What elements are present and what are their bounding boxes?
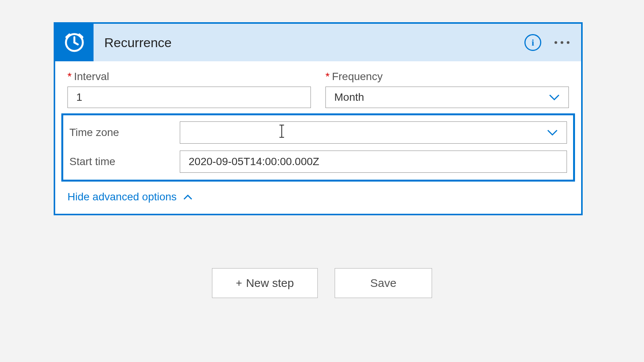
bottom-actions: + New step Save xyxy=(0,268,644,298)
interval-input[interactable]: 1 xyxy=(67,87,311,108)
frequency-select[interactable]: Month xyxy=(325,87,569,108)
svg-point-3 xyxy=(567,41,570,44)
timezone-label: Time zone xyxy=(69,126,180,139)
svg-point-1 xyxy=(555,41,557,44)
timezone-select[interactable] xyxy=(180,121,567,144)
starttime-value: 2020-09-05T14:00:00.000Z xyxy=(189,156,319,168)
new-step-label: New step xyxy=(246,277,294,290)
card-header: Recurrence i xyxy=(55,24,581,61)
frequency-label: *Frequency xyxy=(325,70,569,83)
info-icon[interactable]: i xyxy=(524,34,541,51)
frequency-value: Month xyxy=(334,91,364,103)
starttime-row: Start time 2020-09-05T14:00:00.000Z xyxy=(69,151,567,173)
save-button[interactable]: Save xyxy=(335,268,432,298)
card-body: *Interval 1 *Frequency Month xyxy=(55,61,581,214)
interval-field: *Interval 1 xyxy=(67,70,311,108)
card-title: Recurrence xyxy=(104,35,524,50)
chevron-up-icon xyxy=(183,191,193,203)
recurrence-card: Recurrence i *Interval 1 *Frequency xyxy=(54,22,583,215)
hide-advanced-options-link[interactable]: Hide advanced options xyxy=(67,191,193,203)
toggle-label: Hide advanced options xyxy=(67,191,177,203)
frequency-field: *Frequency Month xyxy=(325,70,569,108)
text-cursor-icon xyxy=(278,124,286,142)
timezone-row: Time zone xyxy=(69,121,567,144)
interval-value: 1 xyxy=(76,91,82,103)
plus-icon: + xyxy=(236,277,242,289)
chevron-down-icon xyxy=(547,126,558,139)
interval-label-text: Interval xyxy=(74,70,109,82)
recurrence-clock-icon xyxy=(55,24,94,61)
interval-label: *Interval xyxy=(67,70,311,83)
starttime-label: Start time xyxy=(69,156,180,168)
save-label: Save xyxy=(370,277,396,290)
chevron-down-icon xyxy=(549,91,560,103)
new-step-button[interactable]: + New step xyxy=(212,268,318,298)
row-interval-frequency: *Interval 1 *Frequency Month xyxy=(67,70,569,108)
advanced-options-highlight: Time zone Start time 2020-09-05T xyxy=(61,113,575,182)
starttime-input[interactable]: 2020-09-05T14:00:00.000Z xyxy=(180,151,567,173)
more-options-icon[interactable] xyxy=(554,40,570,45)
frequency-label-text: Frequency xyxy=(332,70,383,82)
svg-point-2 xyxy=(561,41,564,44)
